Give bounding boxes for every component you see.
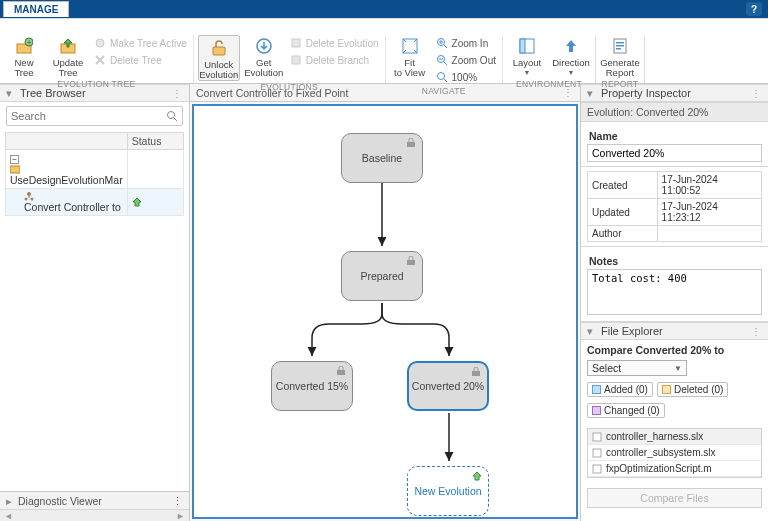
up-arrow-icon — [472, 471, 482, 481]
direction-icon — [560, 35, 582, 57]
generate-report-button[interactable]: Generate Report — [600, 35, 640, 78]
ribbon: + New Tree Update Tree Make Tree Active — [0, 18, 768, 84]
search-input[interactable] — [11, 110, 166, 122]
group-label-evolutions: EVOLUTIONS — [198, 81, 381, 94]
zoom-in-button[interactable]: Zoom In — [434, 35, 498, 51]
panel-menu-icon[interactable]: ⋮ — [751, 88, 762, 99]
svg-rect-26 — [616, 48, 621, 50]
lock-icon — [471, 367, 481, 377]
make-tree-active-button: Make Tree Active — [92, 35, 189, 51]
horizontal-scrollbar[interactable]: ◄► — [0, 509, 189, 521]
compare-files-button: Compare Files — [587, 488, 762, 508]
name-field[interactable] — [587, 144, 762, 162]
new-tree-icon: + — [13, 35, 35, 57]
direction-button[interactable]: Direction ▼ — [551, 35, 591, 78]
update-tree-button[interactable]: Update Tree — [48, 35, 88, 78]
folder-icon — [10, 164, 20, 174]
delete-evolution-button: Delete Evolution — [288, 35, 381, 51]
node-converted-20[interactable]: Converted 20% — [407, 361, 489, 411]
svg-rect-9 — [292, 39, 300, 47]
help-button[interactable]: ? — [746, 2, 762, 16]
file-explorer-header[interactable]: ▾ File Explorer ⋮ — [581, 322, 768, 340]
diagnostic-viewer-header[interactable]: ▸ Diagnostic Viewer ⋮ — [0, 491, 189, 509]
update-tree-label: Update Tree — [53, 58, 84, 78]
zoom-out-button[interactable]: Zoom Out — [434, 52, 498, 68]
search-icon[interactable] — [166, 110, 178, 122]
delete-evo-icon — [290, 37, 302, 49]
name-label: Name — [589, 130, 760, 142]
svg-line-17 — [444, 62, 447, 65]
report-icon — [609, 35, 631, 57]
unlock-label: Unlock Evolution — [199, 60, 238, 80]
svg-line-13 — [444, 45, 447, 48]
svg-rect-7 — [213, 47, 225, 55]
tab-manage[interactable]: MANAGE — [3, 1, 69, 17]
node-prepared[interactable]: Prepared — [341, 251, 423, 301]
make-active-icon — [94, 37, 106, 49]
update-tree-icon — [57, 35, 79, 57]
svg-rect-29 — [10, 166, 20, 173]
lock-icon — [406, 138, 416, 148]
svg-rect-24 — [616, 42, 624, 44]
get-evolution-button[interactable]: Get Evolution — [244, 35, 284, 78]
chip-added[interactable]: Added (0) — [587, 382, 653, 397]
layout-button[interactable]: Layout ▼ — [507, 35, 547, 78]
lock-icon — [336, 366, 346, 376]
tree-node-icon — [24, 191, 34, 201]
panel-menu-icon[interactable]: ⋮ — [751, 326, 762, 337]
tree-row-child[interactable]: Convert Controller to — [6, 189, 184, 216]
svg-rect-36 — [407, 142, 415, 147]
delete-tree-icon — [94, 54, 106, 66]
file-item[interactable]: controller_subsystem.slx — [588, 445, 761, 461]
fit-icon — [399, 35, 421, 57]
chevron-down-icon: ▼ — [568, 68, 575, 78]
svg-rect-40 — [593, 433, 601, 441]
tree-row-root[interactable]: − UseDesignEvolutionMar — [6, 150, 184, 189]
file-icon — [592, 432, 602, 442]
new-tree-button[interactable]: + New Tree — [4, 35, 44, 78]
delete-tree-button: Delete Tree — [92, 52, 189, 68]
collapse-icon: ▾ — [587, 325, 597, 338]
file-icon — [592, 464, 602, 474]
delete-branch-button: Delete Branch — [288, 52, 381, 68]
unlock-evolution-button[interactable]: Unlock Evolution — [198, 35, 240, 81]
chevron-down-icon: ▼ — [524, 68, 531, 78]
chip-deleted[interactable]: Deleted (0) — [657, 382, 728, 397]
svg-line-20 — [444, 79, 447, 82]
node-baseline[interactable]: Baseline — [341, 133, 423, 183]
svg-text:+: + — [27, 38, 32, 47]
file-item[interactable]: fxpOptimizationScript.m — [588, 461, 761, 477]
svg-point-4 — [96, 39, 104, 47]
svg-line-28 — [174, 118, 177, 121]
evolution-canvas[interactable]: Baseline Prepared Converted 15% Converte… — [192, 104, 578, 519]
svg-rect-31 — [29, 195, 30, 198]
tree-table: Status − UseDesignEvolutionMar Convert C… — [5, 132, 184, 216]
get-label: Get Evolution — [244, 58, 283, 78]
svg-rect-37 — [407, 260, 415, 265]
node-new-evolution[interactable]: New Evolution — [407, 466, 489, 516]
lock-icon — [406, 256, 416, 266]
file-list: controller_harness.slx controller_subsys… — [587, 428, 762, 478]
fit-to-view-button[interactable]: Fit to View — [390, 35, 430, 78]
zoom-out-icon — [436, 54, 448, 66]
chip-changed[interactable]: Changed (0) — [587, 403, 665, 418]
layout-icon — [516, 35, 538, 57]
file-item[interactable]: controller_harness.slx — [588, 429, 761, 445]
compare-label: Compare Converted 20% to — [587, 344, 762, 356]
panel-menu-icon[interactable]: ⋮ — [172, 495, 189, 507]
svg-rect-22 — [520, 39, 525, 53]
chevron-down-icon: ▼ — [674, 364, 682, 373]
svg-rect-25 — [616, 45, 624, 47]
svg-rect-38 — [337, 370, 345, 375]
zoom-in-icon — [436, 37, 448, 49]
zoom-pct-button[interactable]: 100% — [434, 69, 498, 85]
search-box[interactable] — [6, 106, 183, 126]
notes-field[interactable] — [587, 269, 762, 315]
tree-toggle-icon[interactable]: − — [10, 155, 19, 164]
svg-point-27 — [168, 112, 175, 119]
svg-rect-41 — [593, 449, 601, 457]
unlock-icon — [208, 37, 230, 59]
fit-label: Fit to View — [394, 58, 425, 78]
node-converted-15[interactable]: Converted 15% — [271, 361, 353, 411]
compare-select[interactable]: Select ▼ — [587, 360, 687, 376]
